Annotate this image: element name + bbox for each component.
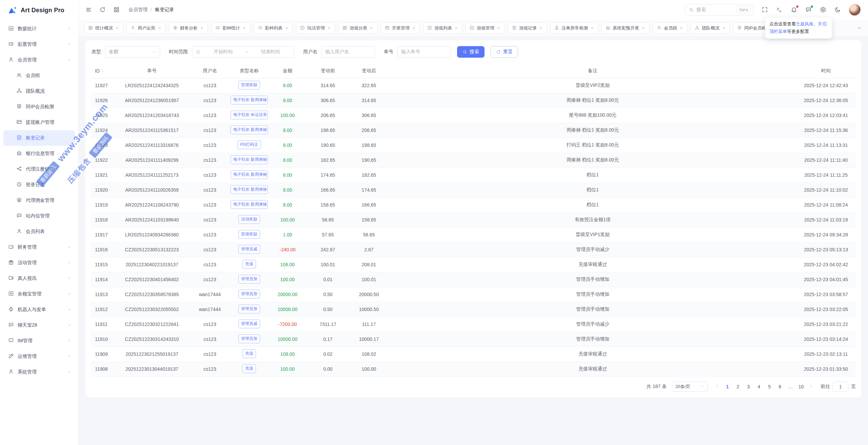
search-shortcut-badge: Ctrl k (736, 6, 751, 13)
tabs-collapse-button[interactable] (855, 24, 863, 32)
tab-game-category[interactable]: 游戏分类 (338, 22, 377, 34)
close-icon[interactable] (115, 26, 119, 30)
sidebar-item-yuebao-mgmt[interactable]: 余额宝管理 (3, 286, 75, 302)
tab-game-records[interactable]: 游戏记录 (508, 22, 547, 34)
close-icon[interactable] (722, 26, 726, 30)
sidebar-item-data-stats[interactable]: 数据统计 (3, 21, 75, 37)
collapse-sidebar-button[interactable] (85, 6, 92, 13)
tab-icon (385, 25, 390, 31)
page-number-4[interactable]: 4 (754, 382, 764, 391)
page-size-select[interactable]: 20条/页 (672, 382, 708, 392)
tab-sys-pre-draw[interactable]: 系统彩预开奖 (601, 22, 649, 34)
cell-id: 11908 (91, 362, 115, 376)
close-icon[interactable] (679, 26, 683, 30)
tab-user-operation[interactable]: 用户运营 (126, 22, 165, 34)
close-icon[interactable] (327, 26, 331, 30)
close-icon[interactable] (497, 26, 500, 30)
sidebar-item-site-message[interactable]: 站内信管理 (3, 208, 75, 224)
order-filter-input[interactable]: 输入单号 (397, 46, 451, 58)
reset-button[interactable]: 重置 (491, 46, 518, 58)
refresh-page-button[interactable] (99, 6, 106, 13)
type-tag: 电子狂欢 新周俸禄 (231, 125, 268, 134)
sidebar-item-icon (8, 322, 14, 329)
sidebar-item-team-overview[interactable]: 团队概况 (3, 83, 75, 99)
sidebar-item-member-group[interactable]: 会员组 (3, 68, 75, 83)
sidebar-item-member-mgmt[interactable]: 会员管理 (3, 52, 75, 68)
breadcrumb-parent[interactable]: 会员管理 (129, 7, 147, 13)
close-icon[interactable] (539, 26, 543, 30)
page-number-1[interactable]: 1 (723, 382, 732, 391)
cell-id: 11926 (91, 93, 115, 108)
apps-grid-button[interactable] (113, 6, 120, 13)
page-number-5[interactable]: 5 (765, 382, 774, 391)
sidebar-item-activity-mgmt[interactable]: 活动管理 (3, 255, 75, 271)
refresh-icon (496, 49, 501, 55)
column-header-id[interactable]: ID (91, 64, 115, 78)
sidebar-item-same-ip-detect[interactable]: 同IP会员检测 (3, 99, 75, 115)
close-icon[interactable] (412, 26, 416, 30)
sidebar-item-login-log[interactable]: 登录日志 (3, 177, 75, 193)
chevron-icon (67, 245, 72, 250)
sidebar-item-live-video[interactable]: 真人视讯 (3, 271, 75, 286)
tab-finance-analysis[interactable]: 财务分析 (169, 22, 208, 34)
tab-team-overview[interactable]: 团队概况 (691, 22, 730, 34)
moon-icon (834, 6, 841, 13)
sidebar-item-member-list[interactable]: 会员列表 (3, 224, 75, 239)
close-icon[interactable] (454, 26, 458, 30)
fullscreen-button[interactable] (762, 6, 768, 13)
sidebar-item-withdraw-account[interactable]: 提现账户管理 (3, 115, 75, 130)
cell-after: 208.01 (349, 257, 389, 272)
tab-play-mgmt[interactable]: 玩法管理 (296, 22, 335, 34)
tab-lottery-stats[interactable]: 彩种统计 (211, 22, 250, 34)
tab-game-mgmt[interactable]: 游戏管理 (466, 22, 505, 34)
page-number-10[interactable]: 10 (796, 382, 806, 391)
global-search-input[interactable]: 搜索 Ctrl k (685, 4, 753, 16)
theme-style-link[interactable]: 主题风格 (796, 21, 813, 26)
close-icon[interactable] (200, 26, 204, 30)
sidebar-item-account-change[interactable]: 账变记录 (3, 130, 75, 146)
sidebar-item-ops-mgmt[interactable]: 运维管理 (3, 349, 75, 364)
type-filter-select[interactable]: 全部 (105, 46, 160, 58)
username-filter-input[interactable]: 输入用户名 (321, 46, 375, 58)
settings-button[interactable] (820, 6, 826, 13)
page-number-2[interactable]: 2 (733, 382, 743, 391)
close-icon[interactable] (370, 26, 373, 30)
search-icon (462, 49, 467, 55)
page-ellipsis[interactable]: … (786, 382, 795, 391)
sidebar-item-chatroom28[interactable]: 聊天室28 (3, 317, 75, 333)
column-header-time: 时间 (796, 64, 856, 78)
close-icon[interactable] (285, 26, 289, 30)
dark-mode-button[interactable] (834, 6, 841, 13)
tab-game-list[interactable]: 游戏列表 (423, 22, 462, 34)
language-button[interactable] (776, 6, 783, 13)
messages-button[interactable] (805, 6, 812, 13)
close-icon[interactable] (642, 26, 645, 30)
close-icon[interactable] (158, 26, 161, 30)
sidebar-item-agent-reg-link[interactable]: 代理注册链接 (3, 161, 75, 177)
sidebar-item-finance-mgmt[interactable]: 财务管理 (3, 239, 75, 255)
tab-draw-mgmt[interactable]: 开奖管理 (381, 22, 420, 34)
tab-stats-overview[interactable]: 统计概况 (84, 22, 123, 34)
tab-lottery-list[interactable]: 彩种列表 (254, 22, 293, 34)
goto-page-input[interactable]: 1 (833, 382, 848, 391)
sidebar-item-bank-info[interactable]: 银行信息管理 (3, 146, 75, 161)
sidebar-item-system-mgmt[interactable]: 系统管理 (3, 364, 75, 380)
tab-member-group[interactable]: 会员组 (653, 22, 687, 34)
time-range-picker[interactable]: 开始时间 - 结束时间 (192, 46, 294, 58)
search-button[interactable]: 搜索 (457, 46, 485, 58)
sidebar-item-agent-commission[interactable]: 代理佣金管理 (3, 193, 75, 208)
tabbar: 统计概况 用户运营 财务分析 彩种统计 彩种列表 玩法管理 游戏分类 开奖管理 (79, 20, 868, 36)
user-avatar[interactable] (849, 4, 861, 16)
close-icon[interactable] (590, 26, 594, 30)
sidebar-item-lottery-mgmt[interactable]: 彩票管理 (3, 37, 75, 52)
page-number-6[interactable]: 6 (775, 382, 785, 391)
sidebar-item-robot-orders[interactable]: 机器人与发单 (3, 302, 75, 317)
sidebar-item-im-mgmt[interactable]: IM管理 (3, 333, 75, 349)
next-page-button[interactable] (807, 384, 815, 389)
prev-page-button[interactable] (713, 384, 722, 389)
page-number-3[interactable]: 3 (744, 382, 753, 391)
close-icon[interactable] (242, 26, 246, 30)
notifications-button[interactable] (791, 6, 797, 13)
sidebar-item-icon (16, 181, 22, 188)
tab-bet-anomaly[interactable]: 注单异常检测 (550, 22, 598, 34)
